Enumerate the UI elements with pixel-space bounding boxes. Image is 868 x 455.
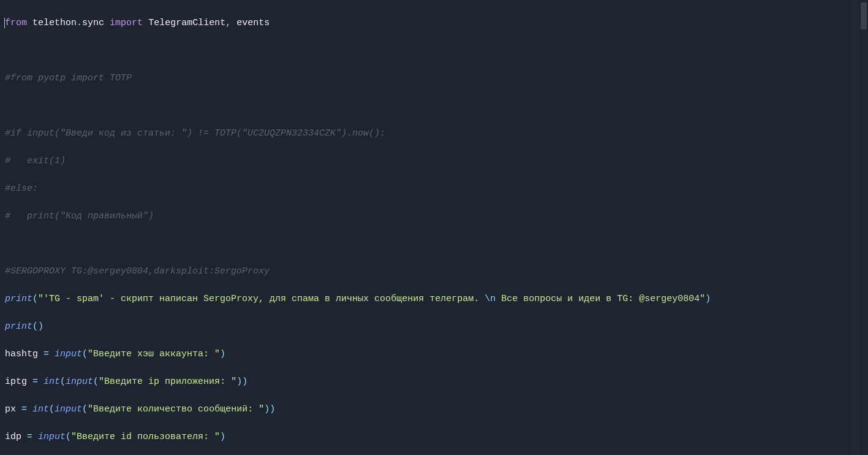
code-line[interactable]: # exit(1): [5, 155, 863, 169]
code-editor[interactable]: from telethon.sync import TelegramClient…: [0, 0, 868, 455]
code-line[interactable]: #else:: [5, 182, 863, 196]
builtin-input: input: [38, 432, 66, 442]
string-literal: "Введите хэш аккаунта: ": [88, 349, 220, 359]
identifier: px: [5, 404, 16, 415]
code-line[interactable]: #if input("Введи код из статьи: ") != TO…: [5, 127, 863, 141]
identifier: hashtg: [5, 349, 38, 359]
code-line[interactable]: print("'TG - spam' - скрипт написан Serg…: [5, 292, 863, 307]
string-literal: "Введите ip приложения: ": [99, 377, 236, 387]
string-literal: "Введите количество сообщений: ": [88, 404, 264, 415]
comment: #SERGOPROXY TG:@sergey0804,darksploit:Se…: [5, 266, 270, 277]
code-line[interactable]: px = int(input("Введите количество сообщ…: [5, 403, 863, 417]
string-literal: "Введите id пользователя: ": [71, 432, 220, 442]
keyword-import: import: [110, 18, 143, 28]
identifier: TelegramClient: [148, 18, 225, 28]
module-name: sync: [82, 18, 104, 28]
comment: #else:: [5, 183, 38, 194]
comment: #from pyotp import TOTP: [5, 73, 132, 83]
scrollbar-track[interactable]: [859, 0, 868, 455]
code-line[interactable]: print(): [5, 320, 863, 334]
string-literal: "'TG - spam' - скрипт написан SergoProxy…: [38, 294, 485, 304]
identifier: idp: [5, 432, 21, 442]
identifier: events: [236, 18, 270, 28]
scrollbar-thumb[interactable]: [861, 2, 867, 29]
builtin-print: print: [5, 294, 32, 304]
dot: .: [77, 18, 82, 28]
identifier: iptg: [5, 377, 27, 387]
escape-sequence: \n: [485, 294, 496, 304]
builtin-int: int: [32, 404, 49, 415]
string-literal: Все вопросы и идеи в TG: @sergey0804": [496, 294, 705, 304]
keyword-from: from: [5, 18, 27, 28]
comment: #if input("Введи код из статьи: ") != TO…: [5, 128, 385, 139]
comment: # print("Код правильный"): [5, 211, 154, 221]
comment: # exit(1): [5, 156, 66, 166]
module-name: telethon: [32, 18, 77, 28]
builtin-int: int: [43, 377, 60, 387]
minimap[interactable]: [851, 0, 859, 455]
code-line[interactable]: [5, 99, 863, 113]
builtin-print: print: [5, 321, 32, 332]
code-line[interactable]: [5, 237, 863, 251]
builtin-input: input: [66, 377, 93, 387]
code-line[interactable]: #from pyotp import TOTP: [5, 72, 863, 86]
code-line[interactable]: # print("Код правильный"): [5, 210, 863, 224]
code-line[interactable]: #SERGOPROXY TG:@sergey0804,darksploit:Se…: [5, 265, 863, 279]
code-line[interactable]: from telethon.sync import TelegramClient…: [5, 17, 863, 31]
builtin-input: input: [55, 404, 82, 415]
code-line[interactable]: iptg = int(input("Введите ip приложения:…: [5, 375, 863, 389]
code-line[interactable]: hashtg = input("Введите хэш аккаунта: "): [5, 348, 863, 362]
code-line[interactable]: idp = input("Введите id пользователя: "): [5, 430, 863, 445]
code-line[interactable]: [5, 44, 863, 58]
builtin-input: input: [55, 349, 82, 359]
